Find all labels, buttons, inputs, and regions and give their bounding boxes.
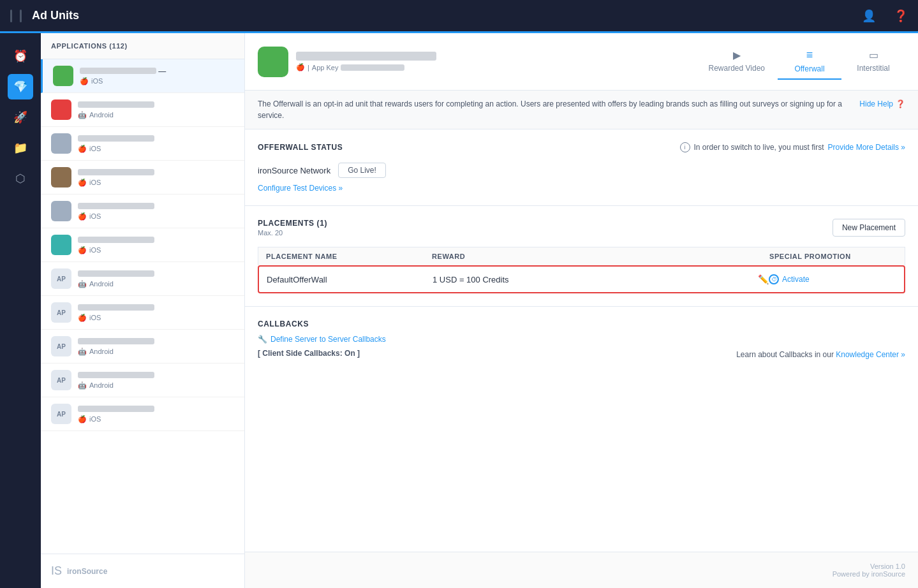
activate-button-0[interactable]: ⏱ Activate (769, 274, 810, 284)
app-platform-9: 🤖 Android (78, 381, 234, 390)
sidebar-item-9[interactable]: AP 🤖 Android (41, 364, 244, 397)
app-icon-1 (51, 99, 71, 120)
app-icon-4 (51, 201, 71, 221)
col-header-promo: SPECIAL PROMOTION (769, 253, 897, 260)
status-bar: OFFERWALL STATUS i In order to switch to… (258, 142, 905, 152)
top-bar-divider2 (20, 10, 22, 22)
info-circle-icon: i (680, 142, 690, 152)
sidebar-item-1[interactable]: 🤖 Android (41, 93, 244, 127)
callbacks-learn: Learn about Callbacks in our Knowledge C… (736, 350, 905, 359)
server-callbacks-link[interactable]: 🔧 Define Server to Server Callbacks (258, 335, 905, 344)
sidebar-list: — 🍎 iOS 🤖 Android (41, 59, 244, 554)
app-name-8 (78, 337, 234, 346)
app-name-2 (78, 135, 234, 143)
placements-section: PLACEMENTS (1) Max. 20 New Placement PLA… (245, 206, 918, 307)
tabs-container: ▶ Rewarded Video ≡ Offerwall ▭ Interstit… (695, 43, 905, 80)
col-header-name: PLACEMENT NAME (266, 253, 432, 260)
interstitial-icon: ▭ (869, 49, 878, 61)
placement-reward-value-0: 1 USD = 100 Credits (433, 275, 509, 284)
app-platform-5: 🍎 iOS (78, 246, 234, 254)
offerwall-icon: ≡ (806, 48, 813, 62)
app-info-10: 🍎 iOS (78, 405, 234, 423)
sidebar-item-5[interactable]: 🍎 iOS (41, 228, 244, 262)
top-bar-title: Ad Units (32, 9, 79, 22)
app-icon-9: AP (51, 370, 71, 390)
network-name: ironSource Network (258, 166, 330, 175)
app-platform-10: 🍎 iOS (78, 415, 234, 423)
new-placement-button[interactable]: New Placement (833, 219, 905, 237)
nav-icon-diamond[interactable]: 💎 (8, 74, 33, 99)
app-platform-6: 🤖 Android (78, 280, 234, 288)
app-info-0: — 🍎 iOS (80, 67, 234, 85)
go-live-button[interactable]: Go Live! (338, 163, 386, 178)
nav-icon-rocket[interactable]: 🚀 (8, 105, 33, 130)
nav-icon-clock[interactable]: ⏰ (8, 43, 33, 69)
app-info-3: 🍎 iOS (78, 168, 234, 187)
status-info-text: In order to switch to live, you must fir… (694, 143, 824, 152)
android-icon-8: 🤖 (78, 348, 87, 356)
status-section-title: OFFERWALL STATUS (258, 143, 343, 152)
provide-details-link[interactable]: Provide More Details » (828, 143, 905, 152)
placement-reward-0: 1 USD = 100 Credits ✏️ (433, 274, 769, 284)
page-footer: Version 1.0 Powered by ironSource (245, 552, 918, 588)
app-title-blurred (296, 52, 436, 61)
tab-offerwall[interactable]: ≡ Offerwall (778, 43, 841, 80)
help-icon[interactable]: ❓ (894, 9, 908, 23)
app-name-1 (78, 101, 234, 110)
sidebar-item-6[interactable]: AP 🤖 Android (41, 262, 244, 296)
user-icon[interactable]: 👤 (862, 9, 876, 23)
configure-test-devices-link[interactable]: Configure Test Devices » (258, 184, 343, 193)
app-name-7 (78, 304, 234, 312)
app-name-4 (78, 202, 234, 211)
sidebar-item-0[interactable]: — 🍎 iOS (41, 59, 244, 93)
nav-icon-layers[interactable]: ⬡ (8, 166, 33, 191)
app-platform-0: 🍎 iOS (80, 77, 234, 85)
hide-help-button[interactable]: Hide Help ❓ (859, 98, 905, 110)
app-name-3 (78, 168, 234, 177)
tab-rewarded-video-label: Rewarded Video (708, 64, 765, 73)
app-icon-5 (51, 235, 71, 255)
app-name-0: — (80, 67, 234, 76)
callbacks-section: CALLBACKS 🔧 Define Server to Server Call… (245, 307, 918, 372)
edit-placement-icon-0[interactable]: ✏️ (758, 274, 769, 284)
apple-icon-10: 🍎 (78, 415, 87, 423)
app-icon-10: AP (51, 404, 71, 424)
version-text: Version 1.0 (833, 562, 905, 570)
sidebar: APPLICATIONS (112) — 🍎 iOS � (41, 33, 245, 588)
android-icon-9: 🤖 (78, 381, 87, 390)
app-header: 🍎 | App Key ▶ Rewarded Video ≡ Offerwall… (245, 33, 918, 91)
tab-offerwall-label: Offerwall (794, 64, 824, 73)
app-icon-8: AP (51, 336, 71, 356)
app-name-10 (78, 405, 234, 414)
app-name-5 (78, 236, 234, 245)
app-name-6 (78, 270, 234, 279)
footer-brand: ironSource (67, 567, 107, 576)
app-icon-0 (53, 66, 73, 86)
sidebar-item-4[interactable]: 🍎 iOS (41, 195, 244, 228)
network-row: ironSource Network Go Live! (258, 163, 905, 178)
nav-icon-folder[interactable]: 📁 (8, 135, 33, 161)
activate-clock-icon: ⏱ (769, 274, 779, 284)
tab-rewarded-video[interactable]: ▶ Rewarded Video (695, 44, 778, 79)
sidebar-item-3[interactable]: 🍎 iOS (41, 161, 244, 195)
tab-interstitial[interactable]: ▭ Interstitial (841, 44, 905, 79)
app-platform-3: 🍎 iOS (78, 179, 234, 187)
sidebar-item-8[interactable]: AP 🤖 Android (41, 330, 244, 364)
sidebar-item-10[interactable]: AP 🍎 iOS (41, 397, 244, 431)
content-area: 🍎 | App Key ▶ Rewarded Video ≡ Offerwall… (245, 33, 918, 588)
app-icon-7: AP (51, 302, 71, 323)
placements-title-group: PLACEMENTS (1) Max. 20 (258, 219, 327, 237)
placements-subtitle: Max. 20 (258, 229, 327, 237)
sidebar-footer: IS ironSource (41, 554, 244, 588)
status-info: i In order to switch to live, you must f… (680, 142, 905, 152)
sidebar-item-2[interactable]: 🍎 iOS (41, 127, 244, 161)
hide-help-icon: ❓ (896, 98, 905, 110)
app-info-4: 🍎 iOS (78, 202, 234, 221)
sidebar-item-7[interactable]: AP 🍎 iOS (41, 296, 244, 330)
placement-row-0: DefaultOfferWall 1 USD = 100 Credits ✏️ … (258, 265, 905, 293)
app-info-7: 🍎 iOS (78, 304, 234, 322)
placements-header: PLACEMENTS (1) Max. 20 New Placement (258, 219, 905, 237)
app-key-value-blurred (341, 64, 404, 71)
footer-version: Version 1.0 Powered by ironSource (833, 562, 905, 578)
knowledge-center-link[interactable]: Knowledge Center » (836, 350, 905, 359)
